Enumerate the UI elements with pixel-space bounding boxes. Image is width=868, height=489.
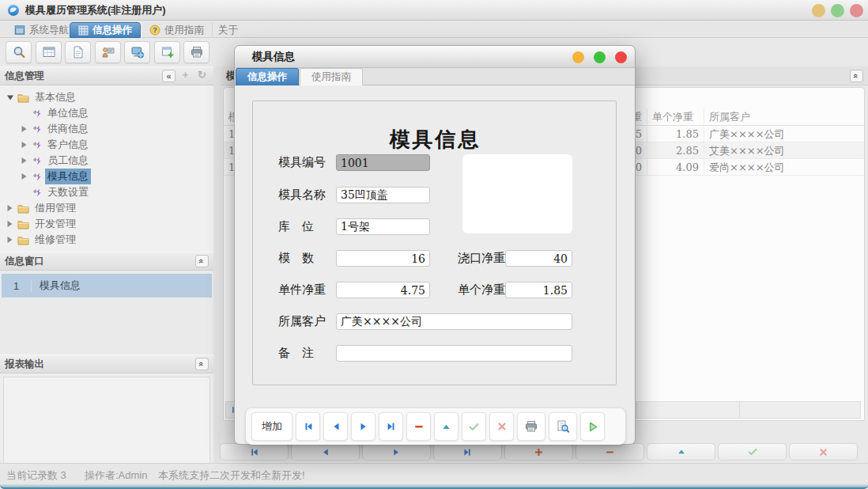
tab-about[interactable]: 关于	[210, 22, 246, 38]
gate-weight-field[interactable]	[505, 250, 572, 267]
collapsed-arrow-icon[interactable]	[21, 125, 28, 133]
preview-button[interactable]	[549, 412, 577, 441]
delete-record-button[interactable]	[406, 412, 431, 441]
panel-report-title: 报表输出	[5, 358, 44, 371]
collapsed-arrow-icon[interactable]	[6, 220, 14, 228]
tree-item-basic-info[interactable]: 基本信息	[0, 89, 213, 105]
collapsed-arrow-icon[interactable]	[6, 236, 14, 244]
new-window-button[interactable]	[154, 41, 180, 63]
form-title: 模具信息	[253, 126, 617, 154]
first-record-button[interactable]	[296, 412, 320, 441]
close-button[interactable]	[850, 4, 863, 17]
cancel-button[interactable]	[489, 412, 514, 441]
nav-first-button[interactable]	[220, 443, 289, 461]
sidebar-splitter[interactable]	[213, 66, 221, 463]
maximize-button[interactable]	[831, 4, 844, 17]
nav-cancel-button[interactable]	[789, 443, 858, 461]
panel-collapse-button[interactable]: «	[195, 358, 209, 370]
tab-info-operation[interactable]: 信息操作	[70, 22, 141, 38]
sidebar-collapse-button[interactable]: «	[162, 70, 175, 82]
window-title: 模具履历管理系统(非注册用户)	[25, 3, 166, 17]
cancel-icon	[496, 421, 508, 432]
table-view-button[interactable]	[36, 41, 62, 63]
tree-item-develop-mgmt[interactable]: 开发管理	[0, 216, 213, 232]
mold-info-dialog: 模具信息 信息操作 使用指南 模具信息 模具编号 模具名称 库 位 模 数 浇口…	[234, 45, 636, 445]
customer-field[interactable]	[336, 313, 572, 330]
mold-name-field[interactable]	[336, 187, 430, 203]
document-icon	[71, 45, 85, 59]
collapsed-arrow-icon[interactable]	[21, 172, 28, 180]
printer-button[interactable]	[183, 41, 209, 63]
statusbar: 当前记录数 3 操作者:Admin 本系统支持二次开发和全新开发!	[0, 463, 868, 484]
mold-no-field[interactable]	[336, 154, 430, 171]
tool-icon	[32, 188, 42, 198]
dialog-tabbar: 信息操作 使用指南	[235, 68, 635, 85]
dialog-close-button[interactable]	[615, 51, 627, 63]
nav-confirm-button[interactable]	[718, 443, 787, 461]
svg-text:?: ?	[153, 26, 157, 34]
remark-label: 备 注	[278, 345, 314, 362]
nav-add-button[interactable]	[504, 443, 573, 461]
panel-collapse-button[interactable]: «	[195, 255, 209, 267]
tree-item-supplier-info[interactable]: 供商信息	[0, 121, 213, 137]
document-button[interactable]	[65, 41, 91, 63]
confirm-button[interactable]	[462, 412, 486, 441]
piece-weight-field[interactable]	[336, 282, 430, 298]
nav-prev-button[interactable]	[291, 443, 360, 461]
last-record-icon	[386, 421, 397, 432]
print-button[interactable]	[517, 412, 545, 441]
gate-weight-label: 浇口净重	[458, 250, 505, 267]
tree-item-unit-info[interactable]: 单位信息	[0, 105, 213, 121]
prev-record-icon	[320, 447, 330, 457]
user-report-button[interactable]	[95, 41, 121, 63]
next-record-button[interactable]	[351, 412, 376, 441]
cavities-field[interactable]	[336, 250, 430, 267]
collapsed-arrow-icon[interactable]	[6, 204, 14, 212]
edit-record-button[interactable]	[434, 412, 459, 441]
content-collapse-button[interactable]: «	[850, 70, 863, 82]
dialog-tab-user-guide[interactable]: 使用指南	[300, 68, 363, 85]
nav-next-button[interactable]	[362, 443, 431, 461]
remark-field[interactable]	[336, 345, 572, 362]
nav-delete-button[interactable]	[576, 443, 644, 461]
add-button[interactable]: 增加	[251, 412, 292, 441]
list-item[interactable]: 1 模具信息	[2, 274, 212, 298]
unit-weight-field[interactable]	[505, 282, 572, 298]
dialog-maximize-button[interactable]	[594, 51, 606, 63]
expanded-arrow-icon[interactable]	[6, 93, 14, 101]
app-logo-icon	[7, 4, 20, 17]
col-header-customer[interactable]: 所属客户	[704, 108, 864, 125]
location-field[interactable]	[336, 218, 430, 235]
sidebar-add-button[interactable]: +	[179, 70, 192, 82]
collapsed-arrow-icon[interactable]	[21, 141, 28, 149]
prev-record-button[interactable]	[323, 412, 348, 441]
nav-last-button[interactable]	[433, 443, 502, 461]
sidebar-refresh-button[interactable]: ↻	[195, 70, 209, 82]
tree-item-customer-info[interactable]: 客户信息	[0, 137, 213, 153]
col-header-unit-weight[interactable]: 单个净重	[647, 108, 704, 125]
tree-item-days-setting[interactable]: 天数设置	[0, 184, 213, 200]
tree-selected-item: 模具信息	[45, 169, 91, 184]
tree-item-employee-info[interactable]: 员工信息	[0, 153, 213, 169]
panel-info-window-title: 信息窗口	[5, 255, 44, 268]
web-monitor-button[interactable]	[124, 41, 150, 63]
list-item-index: 1	[2, 280, 32, 292]
collapsed-arrow-icon[interactable]	[21, 157, 28, 165]
nav-edit-button[interactable]	[647, 443, 715, 461]
tree-item-repair-mgmt[interactable]: 维修管理	[0, 232, 213, 248]
dialog-titlebar[interactable]: 模具信息	[235, 46, 635, 68]
sidebar: 信息管理 « + ↻ 基本信息 单位信息 供商信息	[0, 66, 213, 463]
last-record-button[interactable]	[379, 412, 403, 441]
tree-item-borrow-mgmt[interactable]: 借用管理	[0, 200, 213, 216]
tree-item-mold-info[interactable]: 模具信息	[0, 169, 213, 184]
panel-info-mgmt-title: 信息管理	[5, 70, 44, 83]
dialog-minimize-button[interactable]	[572, 51, 584, 63]
main-tabbar: 系统导航 信息操作 ? 使用指南 关于	[0, 21, 868, 38]
folder-icon	[17, 219, 29, 229]
dialog-tab-info-operation[interactable]: 信息操作	[236, 68, 299, 85]
tab-user-guide[interactable]: ? 使用指南	[141, 22, 213, 38]
minimize-button[interactable]	[812, 4, 825, 17]
search-button[interactable]	[6, 41, 32, 63]
tab-system-nav[interactable]: 系统导航	[6, 22, 77, 38]
run-button[interactable]	[580, 412, 605, 441]
